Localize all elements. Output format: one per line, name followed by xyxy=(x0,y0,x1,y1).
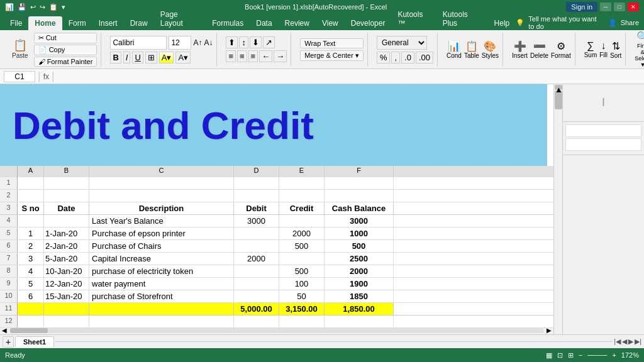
percent-btn[interactable]: % xyxy=(377,52,391,63)
decrease-font-btn[interactable]: A↓ xyxy=(204,38,213,47)
cell-5a[interactable]: 1 xyxy=(18,228,44,239)
cell-5c[interactable]: Purchase of epson printer xyxy=(89,228,234,239)
underline-btn[interactable]: U xyxy=(132,52,143,63)
cell-8b[interactable]: 10-Jan-20 xyxy=(44,265,89,277)
cell-4f[interactable]: 3000 xyxy=(325,215,394,227)
align-bottom-btn[interactable]: ⬇ xyxy=(250,36,262,48)
increase-font-btn[interactable]: A↑ xyxy=(193,38,202,47)
align-center-btn[interactable]: ≡ xyxy=(237,50,247,62)
cell-2a[interactable] xyxy=(18,190,44,202)
zoom-in-btn[interactable]: + xyxy=(612,351,616,359)
cell-12c[interactable] xyxy=(89,315,234,327)
sheet-nav-last[interactable]: ▶| xyxy=(635,337,641,346)
cell-12a[interactable] xyxy=(18,315,44,327)
signin-btn[interactable]: Sign in xyxy=(566,2,597,12)
cell-1c[interactable] xyxy=(89,177,234,189)
cell-3a[interactable]: S no xyxy=(18,202,44,214)
cell-3b[interactable]: Date xyxy=(44,202,89,214)
cell-5f[interactable]: 1000 xyxy=(325,228,394,239)
cell-8a[interactable]: 4 xyxy=(18,265,44,277)
autosum-btn[interactable]: ∑Sum xyxy=(584,40,597,58)
h-scroll-thumb[interactable] xyxy=(10,328,48,333)
cell-10c[interactable]: purchase of Storefront xyxy=(89,290,234,302)
view-layout-btn[interactable]: ⊡ xyxy=(557,351,563,359)
close-btn[interactable]: ✕ xyxy=(628,3,639,11)
cell-2d[interactable] xyxy=(234,190,279,202)
indent-inc-btn[interactable]: → xyxy=(274,50,287,62)
merge-center-btn[interactable]: Merge & Center ▾ xyxy=(300,50,364,61)
tab-data[interactable]: Data xyxy=(250,16,278,30)
cell-1d[interactable] xyxy=(234,177,279,189)
tab-view[interactable]: View xyxy=(316,16,345,30)
cell-styles-btn[interactable]: 🎨Styles xyxy=(482,40,499,59)
cell-2e[interactable] xyxy=(279,190,325,202)
cell-3f[interactable]: Cash Balance xyxy=(325,202,394,214)
quick-access-redo[interactable]: ↪ xyxy=(40,3,45,11)
cell-5e[interactable]: 2000 xyxy=(279,228,325,239)
add-sheet-btn[interactable]: + xyxy=(3,336,14,348)
zoom-slider[interactable]: ──── xyxy=(587,351,607,359)
insert-cells-btn[interactable]: ➕Insert xyxy=(512,40,528,59)
view-normal-btn[interactable]: ▦ xyxy=(546,351,552,359)
cell-5b[interactable]: 1-Jan-20 xyxy=(44,228,89,239)
dec-inc-btn[interactable]: .0 xyxy=(401,52,414,63)
cell-9d[interactable] xyxy=(234,278,279,290)
cell-7b[interactable]: 5-Jan-20 xyxy=(44,253,89,265)
tab-kutools-plus[interactable]: Kutools Plus xyxy=(436,8,488,30)
border-btn[interactable]: ⊞ xyxy=(145,52,157,63)
sheet-nav-next[interactable]: ▶ xyxy=(628,337,633,346)
cell-11d[interactable]: 5,000.00 xyxy=(234,303,279,315)
sheet-tab-sheet1[interactable]: Sheet1 xyxy=(15,336,54,347)
copy-btn[interactable]: 📄 Copy xyxy=(34,45,97,55)
align-right-btn[interactable]: ≡ xyxy=(248,50,258,62)
paste-btn[interactable]: 📋 Paste xyxy=(9,34,31,65)
cell-6d[interactable] xyxy=(234,240,279,252)
scrollbar-up-arrow[interactable]: ▲ xyxy=(555,85,562,90)
cut-btn[interactable]: ✂ Cut xyxy=(34,33,97,43)
minimize-btn[interactable]: ─ xyxy=(600,3,611,11)
tab-home[interactable]: Home xyxy=(28,16,62,30)
format-cells-btn[interactable]: ⚙Format xyxy=(551,40,571,59)
format-painter-btn[interactable]: 🖌 Format Painter xyxy=(34,57,97,67)
cell-9e[interactable]: 100 xyxy=(279,278,325,290)
cell-6e[interactable]: 500 xyxy=(279,240,325,252)
cell-1a[interactable] xyxy=(18,177,44,189)
font-size-selector[interactable] xyxy=(169,36,191,50)
cell-8e[interactable]: 500 xyxy=(279,265,325,277)
cell-1e[interactable] xyxy=(279,177,325,189)
cell-7e[interactable] xyxy=(279,253,325,265)
cell-7f[interactable]: 2500 xyxy=(325,253,394,265)
cell-12e[interactable] xyxy=(279,315,325,327)
quick-access-undo[interactable]: ↩ xyxy=(30,3,36,11)
right-cell-1[interactable] xyxy=(565,124,641,137)
cell-2b[interactable] xyxy=(44,190,89,202)
zoom-level[interactable]: 172% xyxy=(621,351,639,359)
cell-9f[interactable]: 1900 xyxy=(325,278,394,290)
cell-3c[interactable]: Description xyxy=(89,202,234,214)
cell-7a[interactable]: 3 xyxy=(18,253,44,265)
bold-btn[interactable]: B xyxy=(110,52,121,63)
sort-filter-btn[interactable]: ⇅Sort xyxy=(610,40,621,59)
italic-btn[interactable]: I xyxy=(123,52,131,63)
align-middle-btn[interactable]: ↕ xyxy=(239,36,248,48)
cell-9c[interactable]: water payment xyxy=(89,278,234,290)
tab-file[interactable]: File xyxy=(4,16,28,30)
cell-10f[interactable]: 1850 xyxy=(325,290,394,302)
tab-pagelayout[interactable]: Page Layout xyxy=(154,8,206,30)
indent-dec-btn[interactable]: ← xyxy=(259,50,272,62)
sheet-nav-first[interactable]: |◀ xyxy=(614,337,621,346)
delete-cells-btn[interactable]: ➖Delete xyxy=(530,40,548,59)
cell-6b[interactable]: 2-Jan-20 xyxy=(44,240,89,252)
dec-dec-btn[interactable]: .00 xyxy=(416,52,433,63)
cell-12b[interactable] xyxy=(44,315,89,327)
cell-10b[interactable]: 15-Jan-20 xyxy=(44,290,89,302)
cell-12d[interactable] xyxy=(234,315,279,327)
restore-btn[interactable]: □ xyxy=(614,3,625,11)
cell-1b[interactable] xyxy=(44,177,89,189)
cell-12f[interactable] xyxy=(325,315,394,327)
cond-format-btn[interactable]: 📊Cond xyxy=(447,40,462,59)
tab-formulas[interactable]: Formulas xyxy=(206,16,250,30)
quick-access-form[interactable]: 📋 xyxy=(49,3,58,11)
cell-8c[interactable]: purchase of electricity token xyxy=(89,265,234,277)
tell-me-input[interactable]: Tell me what you want to do xyxy=(528,15,604,30)
